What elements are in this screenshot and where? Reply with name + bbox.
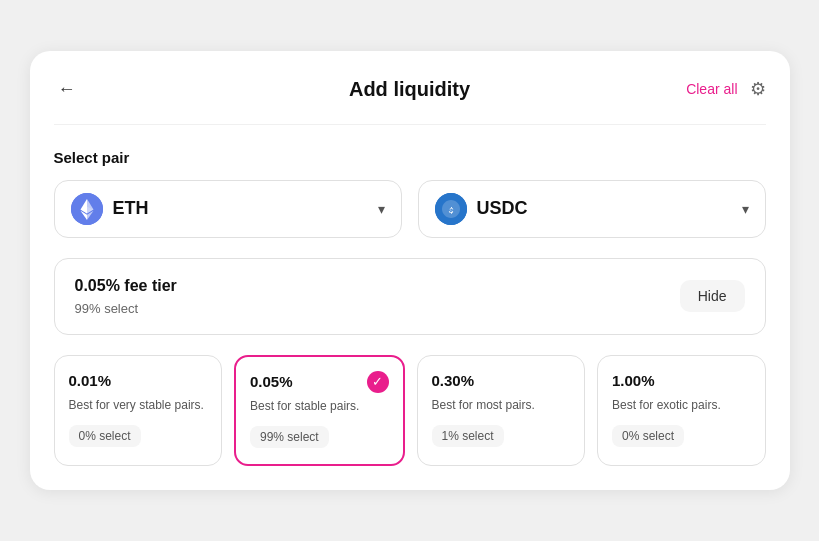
fee-card-030[interactable]: 0.30% Best for most pairs. 1% select [417, 355, 586, 467]
fee-tier-value: 0.05% fee tier [75, 277, 177, 295]
header-right: Clear all ⚙ [686, 78, 766, 100]
fee-card-100-value: 1.00% [612, 372, 751, 389]
fee-cards: 0.01% Best for very stable pairs. 0% sel… [54, 355, 766, 467]
token1-chevron-down-icon: ▾ [378, 201, 385, 217]
fee-card-001-value: 0.01% [69, 372, 208, 389]
add-liquidity-card: ← Add liquidity Clear all ⚙ Select pair [30, 51, 790, 491]
fee-card-001[interactable]: 0.01% Best for very stable pairs. 0% sel… [54, 355, 223, 467]
fee-card-100-select: 0% select [612, 425, 684, 447]
hide-button[interactable]: Hide [680, 280, 745, 312]
clear-all-button[interactable]: Clear all [686, 81, 737, 97]
fee-card-005[interactable]: ✓ 0.05% Best for stable pairs. 99% selec… [234, 355, 405, 467]
settings-button[interactable]: ⚙ [750, 78, 766, 100]
fee-card-030-desc: Best for most pairs. [432, 397, 571, 414]
fee-tier-info: 0.05% fee tier 99% select [75, 277, 177, 316]
fee-card-100[interactable]: 1.00% Best for exotic pairs. 0% select [597, 355, 766, 467]
header-left: ← [54, 75, 134, 104]
pair-selectors: ETH ▾ USDC ▾ [54, 180, 766, 238]
page-title: Add liquidity [349, 78, 470, 101]
fee-card-005-select: 99% select [250, 426, 329, 448]
select-pair-section: Select pair [54, 149, 766, 238]
fee-tier-select-pct: 99% select [75, 301, 177, 316]
token2-selector[interactable]: USDC ▾ [418, 180, 766, 238]
section-label: Select pair [54, 149, 766, 166]
token1-selector[interactable]: ETH ▾ [54, 180, 402, 238]
header: ← Add liquidity Clear all ⚙ [54, 75, 766, 125]
fee-card-030-value: 0.30% [432, 372, 571, 389]
fee-card-001-select: 0% select [69, 425, 141, 447]
selected-check-icon: ✓ [367, 371, 389, 393]
fee-card-030-select: 1% select [432, 425, 504, 447]
fee-card-100-desc: Best for exotic pairs. [612, 397, 751, 414]
fee-card-005-desc: Best for stable pairs. [250, 398, 389, 415]
fee-card-001-desc: Best for very stable pairs. [69, 397, 208, 414]
token2-chevron-down-icon: ▾ [742, 201, 749, 217]
token2-name: USDC [477, 198, 528, 219]
usdc-icon [435, 193, 467, 225]
back-button[interactable]: ← [54, 75, 80, 104]
fee-tier-box: 0.05% fee tier 99% select Hide [54, 258, 766, 335]
token1-name: ETH [113, 198, 149, 219]
eth-icon [71, 193, 103, 225]
